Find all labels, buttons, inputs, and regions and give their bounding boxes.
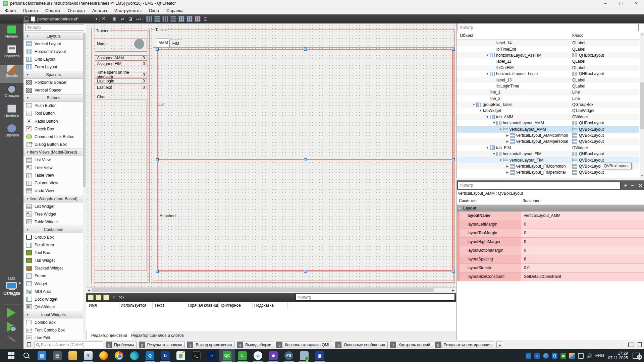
object-tree-row[interactable]: ▼ horizontalLayout_Login QHBoxLayout (457, 71, 639, 77)
menu-item[interactable]: Окно (145, 7, 163, 14)
widget-box-row[interactable]: QAxWidget (23, 303, 84, 311)
layout-vertically-icon[interactable] (154, 16, 160, 22)
taskbar-clock[interactable]: 17:2907.11.2025 (608, 351, 628, 360)
widget-box-row[interactable]: ▼ Item Widgets (Item-Based) (23, 195, 84, 202)
sidebar-toggle-icon[interactable] (27, 342, 31, 347)
widget-box-row[interactable]: Dialog Button Box (23, 140, 84, 148)
tree-chevron-icon[interactable]: ▼ (485, 54, 490, 57)
edit-widgets-icon[interactable]: ▣ (111, 16, 117, 22)
tab-signal-slot-editor[interactable]: Редактор сигналов и слотов (126, 331, 189, 340)
notification-icon[interactable]: 14 (633, 353, 640, 359)
form-editor-canvas[interactable]: Trainee Name Assigned AMM0 Assigned FIM0… (86, 23, 456, 287)
tree-chevron-icon[interactable]: ▶ (505, 171, 510, 174)
resize-handle[interactable] (156, 48, 159, 51)
tray-icon[interactable]: ᛒ (534, 353, 540, 359)
property-row[interactable]: layoutTopMargin 0 (457, 229, 644, 238)
widget-box-row[interactable]: Stacked Widget (23, 264, 84, 272)
split-horizontal-icon[interactable] (162, 16, 168, 22)
layout-horizontally-icon[interactable] (146, 16, 152, 22)
tab-action-editor[interactable]: Редактор действий (86, 331, 132, 340)
widget-box-row[interactable]: Form Layout (23, 63, 84, 71)
widget-box-row[interactable]: Widget (23, 280, 84, 288)
widget-box-row[interactable]: Table Widget (23, 218, 84, 226)
tray-icon[interactable]: 🔊 (587, 353, 592, 359)
action-column-header[interactable]: Подсказка (254, 303, 274, 308)
widget-box-row[interactable]: ▼ Buttons (23, 94, 84, 102)
tray-icon[interactable]: Q (552, 353, 557, 359)
taskbar-app-icon[interactable]: ▤ (50, 349, 65, 362)
form-layout-icon[interactable] (178, 16, 184, 22)
mode-button[interactable]: Дизайн (0, 65, 23, 83)
widget-box-row[interactable]: ▼ Input Widgets (23, 311, 84, 318)
widget-box-row[interactable]: ▼ Spacers (23, 71, 84, 78)
mode-button[interactable]: Проекты (0, 105, 23, 122)
time-row[interactable]: Time spent on the simulator0 (95, 72, 147, 77)
taskbar-app-icon[interactable]: ≥ (204, 349, 219, 362)
tray-icon[interactable] (578, 353, 584, 359)
build-button[interactable] (6, 336, 17, 346)
output-pane-button[interactable]: 8 Результаты тестирования (435, 342, 494, 348)
minimize-button[interactable]: – (598, 0, 613, 7)
property-row[interactable]: layoutStretch 0,0 (457, 264, 644, 273)
delete-action-icon[interactable]: ✕ (111, 295, 117, 300)
output-pane-button[interactable]: 3 Вывод приложения (187, 342, 234, 348)
widget-box-row[interactable]: Vertical Spacer (23, 86, 84, 94)
taskbar-app-icon[interactable] (127, 349, 142, 362)
resize-handle[interactable] (452, 158, 455, 161)
output-pane-button[interactable]: 5 Консоль отладчика QML (276, 342, 333, 348)
resize-handle[interactable] (304, 158, 307, 161)
action-column-header[interactable]: Используется (121, 303, 146, 308)
menu-item[interactable]: Файл (1, 7, 19, 14)
resize-handle[interactable] (156, 270, 159, 273)
scroll-right-icon[interactable]: ▶ (451, 288, 456, 292)
mode-button[interactable]: Редактор (0, 45, 23, 63)
tree-chevron-icon[interactable]: ▶ (505, 140, 510, 143)
tree-chevron-icon[interactable]: ▼ (485, 72, 490, 75)
new-action-icon[interactable] (88, 295, 94, 300)
add-property-icon[interactable]: + (622, 182, 629, 189)
time-row[interactable]: Last exit0 (95, 85, 147, 90)
tree-chevron-icon[interactable]: ▼ (498, 128, 503, 131)
tree-chevron-icon[interactable]: ▼ (485, 115, 490, 119)
menu-item[interactable]: Анализ (89, 7, 111, 14)
grid-layout-icon[interactable] (186, 16, 193, 22)
kit-selector[interactable]: LMS ▶ Отладка (0, 277, 23, 296)
tray-icon[interactable] (569, 353, 575, 359)
object-tree-row[interactable]: lblLoginTime QLabel (457, 83, 639, 89)
time-row[interactable]: Last login0 (95, 78, 147, 84)
taskbar-app-icon[interactable]: ψ (250, 349, 266, 362)
resize-handle[interactable] (304, 48, 307, 51)
tree-chevron-icon[interactable]: ▼ (472, 103, 476, 106)
object-tree-row[interactable]: ▼ tabWidget QTabWidget (457, 108, 639, 114)
taskbar-app-icon[interactable]: b (158, 349, 173, 362)
mode-button[interactable]: Справка (0, 124, 23, 142)
widget-box-row[interactable]: Horizontal Spacer (23, 79, 84, 86)
tree-chevron-icon[interactable]: ▼ (492, 152, 496, 156)
tab-amm[interactable]: AMM (157, 38, 169, 48)
widget-box-row[interactable]: Horizontal Layout (23, 48, 84, 55)
resize-handle[interactable] (304, 270, 307, 273)
edit-tab-order-icon[interactable]: 123 (136, 16, 142, 22)
property-row[interactable]: layoutBottomMargin 0 (457, 246, 644, 255)
debug-button[interactable] (7, 322, 16, 332)
object-inspector-filter-input[interactable]: Фильтр (458, 24, 639, 31)
menu-item[interactable]: Сборка (42, 7, 64, 14)
widget-box-row[interactable]: Radio Button (23, 117, 84, 125)
close-button[interactable]: ✕ (629, 0, 644, 7)
widget-box-row[interactable]: Push Button (23, 102, 84, 110)
maximize-button[interactable]: ▢ (613, 0, 629, 7)
pane-arrows-button[interactable]: ▲▼ (496, 342, 503, 348)
action-column-header[interactable]: Горячая клавиш (188, 303, 218, 308)
widget-box-row[interactable]: Line Edit (23, 334, 84, 340)
canvas-horizontal-scrollbar[interactable]: ◀ ▶ (86, 287, 456, 293)
tree-chevron-icon[interactable]: ▼ (492, 121, 496, 125)
object-tree-row[interactable]: lblTimeExit QLabel (457, 46, 639, 52)
taskbar-app-icon[interactable] (19, 349, 34, 362)
property-row[interactable]: layoutLeftMargin 0 (457, 220, 644, 229)
language-indicator[interactable]: ENG (595, 353, 604, 358)
widget-box-row[interactable]: Font Combo Box (23, 326, 84, 334)
tree-chevron-icon[interactable]: ▶ (505, 134, 510, 137)
widget-box-row[interactable]: Undo View (23, 187, 84, 195)
tray-icon[interactable]: ⚿ (543, 353, 549, 359)
chat-box[interactable] (95, 100, 147, 271)
